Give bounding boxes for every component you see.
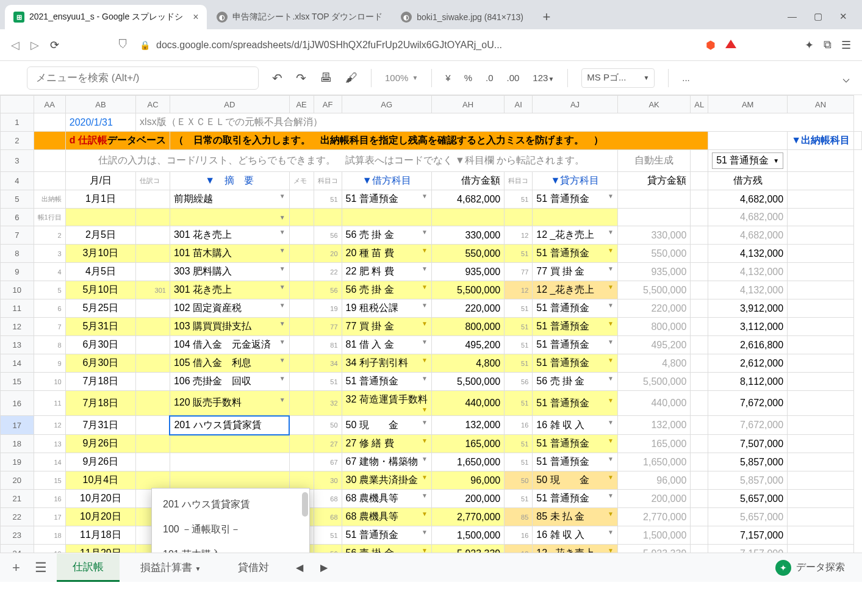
- column-header[interactable]: AI: [505, 96, 533, 113]
- active-cell[interactable]: 201 ハウス賃貸家賃: [170, 416, 289, 435]
- table-row: 19 14 9月26日 67 67 建物・構築物▼ 1,650,000 51 5…: [1, 453, 862, 471]
- menu-icon[interactable]: ☰: [841, 38, 851, 52]
- row-header[interactable]: 20: [1, 471, 34, 490]
- column-header[interactable]: [1, 96, 34, 113]
- close-icon[interactable]: ×: [193, 12, 198, 23]
- table-row: 23 18 11月18日 51 51 普通預金▼ 1,500,000 16 16…: [1, 526, 862, 545]
- row-header[interactable]: 8: [1, 245, 34, 263]
- undo-button[interactable]: ↶: [272, 71, 282, 85]
- scrollbar[interactable]: [302, 492, 308, 517]
- collapse-toolbar-button[interactable]: ⌵: [842, 71, 850, 85]
- percent-button[interactable]: %: [464, 73, 472, 83]
- address-bar: ◁ ▷ ⟳ ⛉ 🔒 docs.google.com/spreadsheets/d…: [0, 29, 862, 61]
- column-header[interactable]: AC: [136, 96, 170, 113]
- sheet-tab[interactable]: 損益計算書 ▼: [124, 554, 217, 581]
- row-header[interactable]: 12: [1, 318, 34, 336]
- row-header[interactable]: 7: [1, 226, 34, 245]
- table-row: 9 4 4月5日 303 肥料購入▼ 22 22 肥 料 費▼ 935,000 …: [1, 263, 862, 281]
- sheet-tab-active[interactable]: 仕訳帳: [57, 554, 120, 582]
- column-header[interactable]: AH: [431, 96, 504, 113]
- column-header[interactable]: AN: [788, 96, 854, 113]
- paint-format-button[interactable]: 🖌: [345, 71, 357, 85]
- validation-dropdown[interactable]: 201 ハウス賃貸家賃100 －通帳取引－101 苗木購入102 固定資産税10…: [151, 488, 310, 553]
- row-header[interactable]: 1: [1, 113, 34, 132]
- reload-button[interactable]: ⟳: [50, 38, 59, 52]
- column-header[interactable]: AF: [314, 96, 342, 113]
- brave-icon[interactable]: ⬢: [706, 38, 716, 52]
- row-header[interactable]: 6: [1, 209, 34, 226]
- row-header[interactable]: 5: [1, 190, 34, 209]
- column-header[interactable]: AM: [708, 96, 788, 113]
- extensions-icon[interactable]: ✦: [805, 38, 814, 52]
- redo-button[interactable]: ↷: [296, 71, 306, 85]
- column-header[interactable]: AB: [65, 96, 135, 113]
- pip-icon[interactable]: ⧉: [824, 38, 831, 51]
- row-header[interactable]: 14: [1, 354, 34, 373]
- url-box[interactable]: 🔒 docs.google.com/spreadsheets/d/1jJW0SH…: [140, 40, 695, 51]
- table-row: 21 16 10月20日 68 68 農機具等▼ 200,000 51 51 普…: [1, 490, 862, 508]
- row-header[interactable]: 10: [1, 281, 34, 299]
- row-header[interactable]: 11: [1, 299, 34, 318]
- row-header[interactable]: 15: [1, 373, 34, 391]
- table-row: 14 9 6月30日 105 借入金 利息▼ 34 34 利子割引料▼ 4,80…: [1, 354, 862, 373]
- account-select[interactable]: 51 普通預金 ▼: [712, 152, 783, 169]
- row-header[interactable]: 24: [1, 545, 34, 553]
- maximize-button[interactable]: ▢: [814, 11, 822, 22]
- column-header[interactable]: AJ: [533, 96, 618, 113]
- minimize-button[interactable]: —: [788, 11, 797, 22]
- globe-icon: ◐: [401, 12, 412, 23]
- row-header[interactable]: 17: [1, 416, 34, 435]
- row-header[interactable]: 23: [1, 526, 34, 545]
- more-button[interactable]: ...: [682, 73, 690, 83]
- sheets-toolbar: メニューを検索 (Alt+/) ↶ ↷ 🖶 🖌 100% ▼ ¥ % .0 .0…: [0, 61, 862, 95]
- row-header[interactable]: 18: [1, 435, 34, 453]
- menu-search[interactable]: メニューを検索 (Alt+/): [27, 66, 259, 90]
- browser-tab-active[interactable]: ⊞ 2021_ensyuu1_s - Google スプレッドシ ×: [5, 5, 207, 29]
- new-tab-button[interactable]: +: [537, 7, 556, 27]
- table-row: 20 15 10月4日 30 30 農業共済掛金▼ 96,000 50 50 現…: [1, 471, 862, 490]
- explore-icon: ✦: [775, 560, 791, 576]
- column-header[interactable]: AK: [617, 96, 690, 113]
- row-header[interactable]: 9: [1, 263, 34, 281]
- font-select[interactable]: MS Pゴ... ▼: [581, 68, 655, 88]
- browser-tab[interactable]: ◐ boki1_siwake.jpg (841×713): [392, 5, 532, 29]
- row-header[interactable]: 13: [1, 336, 34, 354]
- dropdown-item[interactable]: 101 苗木購入: [152, 542, 309, 553]
- row-header[interactable]: 21: [1, 490, 34, 508]
- column-header[interactable]: AE: [289, 96, 314, 113]
- number-format-button[interactable]: 123▼: [533, 73, 554, 83]
- tab-title: boki1_siwake.jpg (841×713): [417, 12, 523, 22]
- explore-button[interactable]: ✦ データ探索: [775, 560, 855, 576]
- chevron-down-icon: ▼: [643, 74, 649, 81]
- scroll-right-button[interactable]: ▶: [314, 562, 334, 573]
- extension-icons: ⬢ ✦ ⧉ ☰: [706, 38, 851, 52]
- column-header[interactable]: AD: [170, 96, 289, 113]
- sheets-icon: ⊞: [13, 12, 24, 23]
- forward-button[interactable]: ▷: [31, 38, 39, 52]
- column-header[interactable]: AA: [34, 96, 65, 113]
- increase-decimal-button[interactable]: .00: [506, 73, 519, 83]
- close-button[interactable]: ✕: [839, 11, 847, 22]
- all-sheets-button[interactable]: ☰: [30, 560, 52, 576]
- print-button[interactable]: 🖶: [320, 71, 332, 85]
- browser-tab[interactable]: ◐ 申告簿記シート.xlsx TOP ダウンロード: [208, 5, 391, 29]
- triangle-icon[interactable]: [725, 38, 736, 51]
- back-button[interactable]: ◁: [11, 38, 20, 52]
- currency-button[interactable]: ¥: [445, 73, 450, 83]
- spreadsheet-grid[interactable]: AAABACADAEAFAGAHAIAJAKALAMAN12020/1/31xl…: [0, 95, 862, 553]
- dropdown-item[interactable]: 201 ハウス賃貸家賃: [152, 492, 309, 517]
- decrease-decimal-button[interactable]: .0: [486, 73, 494, 83]
- dropdown-item[interactable]: 100 －通帳取引－: [152, 517, 309, 542]
- column-header[interactable]: AG: [342, 96, 431, 113]
- scroll-left-button[interactable]: ◀: [290, 562, 309, 573]
- table-row: 11 6 5月25日 102 固定資産税▼ 19 19 租税公課▼ 220,00…: [1, 299, 862, 318]
- row-header[interactable]: 22: [1, 508, 34, 526]
- row-header[interactable]: 19: [1, 453, 34, 471]
- add-sheet-button[interactable]: +: [7, 560, 25, 576]
- row-header[interactable]: 16: [1, 391, 34, 416]
- sheet-tab[interactable]: 貸借対: [222, 554, 285, 581]
- zoom-select[interactable]: 100% ▼: [385, 73, 418, 83]
- column-header[interactable]: AL: [691, 96, 708, 113]
- bookmark-icon[interactable]: ⛉: [118, 38, 129, 51]
- lock-icon: 🔒: [140, 40, 150, 50]
